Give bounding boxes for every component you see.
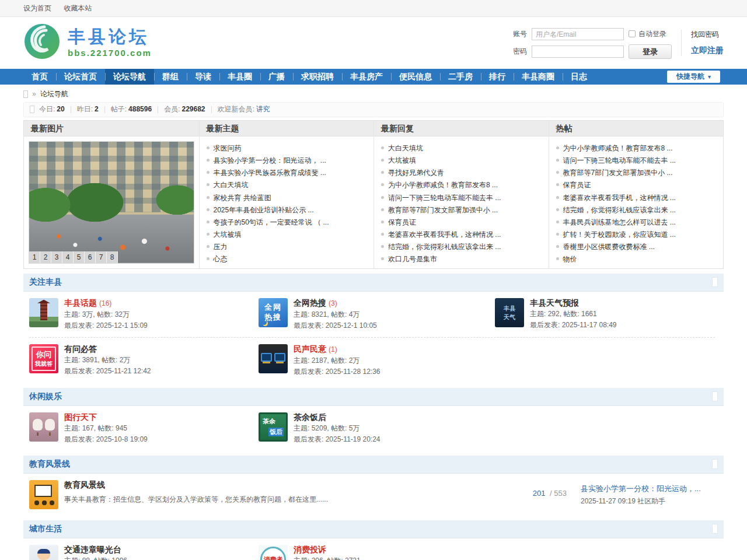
collapse-icon[interactable] bbox=[712, 459, 718, 469]
public-voice-forum-icon[interactable] bbox=[259, 344, 288, 373]
forum-link[interactable]: 丰县话题 bbox=[64, 298, 97, 307]
hot-link[interactable]: 物价 bbox=[563, 255, 577, 263]
nav-jobs[interactable]: 求职招聘 bbox=[293, 69, 342, 85]
nav-convenience-info[interactable]: 便民信息 bbox=[391, 69, 440, 85]
list-item: 2025年丰县创业培训补贴公示 ... bbox=[207, 204, 368, 216]
topic-link[interactable]: 夸孩子的50句话，一定要经常说 （ ... bbox=[214, 218, 329, 226]
reply-link[interactable]: 大白天填坑 bbox=[388, 144, 423, 152]
forum-stats: 主题: 3万, 帖数: 32万 bbox=[64, 309, 148, 320]
nav-groups[interactable]: 群组 bbox=[154, 69, 187, 85]
page-button-3[interactable]: 3 bbox=[51, 251, 62, 263]
topic-link[interactable]: 大坑被填 bbox=[214, 230, 242, 239]
education-forum-icon[interactable] bbox=[29, 480, 58, 509]
site-logo[interactable]: 丰县论坛 bbs.221700.com bbox=[23, 23, 152, 63]
hot-link[interactable]: 扩转！关于校园欺凌，你应该知道 ... bbox=[563, 230, 676, 239]
page-button-1[interactable]: 1 bbox=[29, 251, 40, 263]
password-input[interactable] bbox=[532, 46, 624, 58]
breadcrumb-current[interactable]: 论坛导航 bbox=[40, 89, 68, 99]
consumer-complaint-forum-icon[interactable]: 消费者 bbox=[259, 545, 288, 560]
forum-link[interactable]: 消费投诉 bbox=[294, 545, 326, 554]
reply-link[interactable]: 请问一下骑三轮电动车能不能去丰 ... bbox=[388, 194, 501, 202]
reply-link[interactable]: 寻找好兄弟代义青 bbox=[388, 169, 444, 177]
nav-broadcast[interactable]: 广播 bbox=[260, 69, 293, 85]
topic-link[interactable]: 心态 bbox=[214, 255, 228, 263]
hot-link[interactable]: 丰县民兵训练基地怎么样可以进去 ... bbox=[563, 218, 676, 226]
hot-link[interactable]: 结完婚，你觉得彩礼钱应该拿出来 ... bbox=[563, 206, 676, 214]
nav-blog[interactable]: 日志 bbox=[563, 69, 595, 85]
nav-guide[interactable]: 导读 bbox=[187, 69, 219, 85]
forum-new-count: (1) bbox=[329, 345, 337, 354]
quick-nav-button[interactable]: 快捷导航 ▾ bbox=[667, 71, 720, 83]
hot-link[interactable]: 请问一下骑三轮电动车能不能去丰 ... bbox=[563, 156, 676, 164]
hot-link[interactable]: 教育部等7部门发文部署加强中小 ... bbox=[563, 169, 673, 177]
tea-chat-forum-icon[interactable]: 茶余 饭后 bbox=[259, 412, 288, 442]
reply-link[interactable]: 为中小学教师减负！教育部发布8 ... bbox=[388, 181, 498, 189]
login-button[interactable]: 登录 bbox=[629, 44, 672, 59]
nav-business-circle[interactable]: 丰县商圈 bbox=[514, 69, 563, 85]
reply-link[interactable]: 结完婚，你觉得彩礼钱应该拿出来 ... bbox=[388, 243, 501, 251]
forum-cell: 图行天下 主题: 167, 帖数: 945 最后发表: 2025-10-8 19… bbox=[29, 406, 259, 451]
hot-link[interactable]: 香榭里小区供暖费收费标准 ... bbox=[563, 243, 655, 251]
forum-link[interactable]: 全网热搜 bbox=[294, 298, 326, 307]
topic-link[interactable]: 2025年丰县创业培训补贴公示 ... bbox=[214, 206, 314, 214]
home-icon[interactable] bbox=[23, 90, 28, 98]
nav-forum-index[interactable]: 论坛首页 bbox=[56, 69, 105, 85]
topic-link[interactable]: 丰县实验小学民族器乐教育成绩斐 ... bbox=[214, 169, 326, 177]
topic-link[interactable]: 压力 bbox=[214, 243, 228, 251]
forum-cell: 全网 热搜 全网热搜(3) 主题: 8321, 帖数: 4万 最后发表: 202… bbox=[259, 292, 495, 337]
reply-link[interactable]: 老婆喜欢半夜看我手机，这种情况 ... bbox=[388, 230, 501, 239]
forum-link[interactable]: 民声民意 bbox=[294, 344, 326, 354]
pets-photo-forum-icon[interactable] bbox=[29, 412, 58, 442]
reply-link[interactable]: 大坑被填 bbox=[388, 156, 416, 164]
topic-link[interactable]: 家校共育 共绘蓝图 bbox=[214, 194, 271, 202]
bookmark-link[interactable]: 收藏本站 bbox=[64, 4, 92, 12]
auto-login-checkbox[interactable] bbox=[629, 30, 636, 37]
hot-link[interactable]: 为中小学教师减负！教育部发布8 ... bbox=[563, 144, 673, 152]
page-button-8[interactable]: 8 bbox=[107, 251, 118, 263]
register-link[interactable]: 立即注册 bbox=[691, 45, 724, 57]
forum-link[interactable]: 图行天下 bbox=[64, 412, 97, 422]
forum-link[interactable]: 丰县天气预报 bbox=[530, 298, 579, 307]
reply-link[interactable]: 保育员证 bbox=[388, 218, 416, 226]
forgot-password-link[interactable]: 找回密码 bbox=[691, 30, 724, 40]
reply-link[interactable]: 欢口几号是集市 bbox=[388, 255, 437, 263]
forum-cell: 交通违章曝光台 主题: 88, 帖数: 1096 最后发表: 2025-4-11… bbox=[29, 538, 259, 560]
set-home-link[interactable]: 设为首页 bbox=[23, 4, 51, 12]
account-input[interactable] bbox=[532, 28, 624, 40]
page-button-6[interactable]: 6 bbox=[85, 251, 96, 263]
page-button-2[interactable]: 2 bbox=[40, 251, 51, 263]
forum-link[interactable]: 有问必答 bbox=[64, 344, 97, 354]
thread-count-link[interactable]: 201 bbox=[533, 489, 546, 498]
page-button-4[interactable]: 4 bbox=[62, 251, 74, 263]
topic-link[interactable]: 县实验小学第一分校：阳光运动， ... bbox=[214, 156, 326, 164]
police-forum-icon[interactable] bbox=[29, 545, 58, 560]
page-button-5[interactable]: 5 bbox=[74, 251, 85, 263]
forum-link[interactable]: 茶余饭后 bbox=[294, 412, 326, 422]
forum-link[interactable]: 教育风景线 bbox=[64, 480, 105, 489]
newest-member-link[interactable]: 讲究 bbox=[256, 105, 270, 113]
nav-fengxian-circle[interactable]: 丰县圈 bbox=[219, 69, 260, 85]
pagoda-forum-icon[interactable] bbox=[29, 298, 58, 327]
hot-link[interactable]: 老婆喜欢半夜看我手机，这种情况 ... bbox=[563, 194, 676, 202]
forum-link[interactable]: 交通违章曝光台 bbox=[64, 545, 121, 554]
page-button-7[interactable]: 7 bbox=[96, 251, 107, 263]
qa-forum-icon[interactable]: 你问 我就答 bbox=[29, 344, 58, 373]
nav-real-estate[interactable]: 丰县房产 bbox=[342, 69, 391, 85]
hot-search-forum-icon[interactable]: 全网 热搜 bbox=[259, 298, 288, 327]
nav-second-hand-house[interactable]: 二手房 bbox=[440, 69, 481, 85]
topic-link[interactable]: 求医问药 bbox=[214, 144, 242, 152]
collapse-icon[interactable] bbox=[712, 524, 718, 534]
weather-forum-icon[interactable]: 丰县 天气 bbox=[495, 298, 524, 327]
hot-link[interactable]: 保育员证 bbox=[563, 181, 591, 189]
auto-login-label: 自动登录 bbox=[638, 29, 666, 39]
collapse-icon[interactable] bbox=[712, 391, 718, 401]
collapse-icon[interactable] bbox=[712, 277, 718, 287]
nav-home[interactable]: 首页 bbox=[23, 69, 56, 85]
nav-forum-navigation[interactable]: 论坛导航 bbox=[105, 69, 154, 85]
forum-cell: 茶余 饭后 茶余饭后 主题: 5209, 帖数: 5万 最后发表: 2025-1… bbox=[259, 406, 495, 451]
reply-link[interactable]: 教育部等7部门发文部署加强中小 ... bbox=[388, 206, 498, 214]
topic-link[interactable]: 大白天填坑 bbox=[214, 181, 249, 189]
latest-image[interactable]: 1 2 3 4 5 6 7 8 bbox=[29, 141, 194, 264]
nav-ranking[interactable]: 排行 bbox=[481, 69, 514, 85]
last-post-link[interactable]: 县实验小学第一分校：阳光运动，... bbox=[581, 484, 718, 494]
